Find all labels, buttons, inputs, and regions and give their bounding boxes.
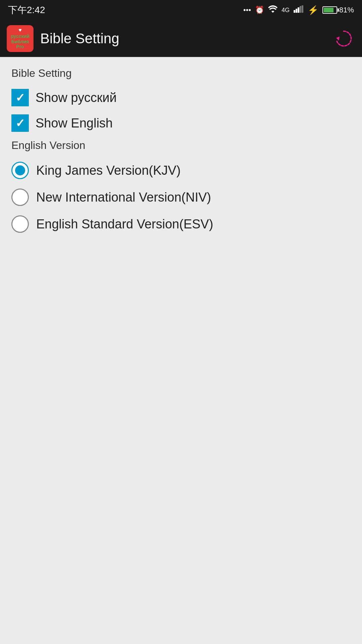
battery-fill bbox=[324, 8, 334, 12]
status-time: 下午2:42 bbox=[8, 4, 45, 16]
svg-rect-2 bbox=[298, 7, 299, 13]
battery-percent: 81% bbox=[339, 6, 354, 14]
svg-marker-5 bbox=[336, 37, 340, 41]
radio-kjv-inner bbox=[15, 165, 25, 175]
radio-kjv[interactable]: King James Version(KJV) bbox=[10, 157, 352, 184]
status-bar: 下午2:42 ••• ⏰ 4G ⚡ 81% bbox=[0, 0, 362, 20]
checkmark-english: ✓ bbox=[15, 117, 25, 129]
status-icons: ••• ⏰ 4G ⚡ 81% bbox=[243, 5, 354, 15]
radio-niv-outer[interactable] bbox=[11, 189, 29, 206]
battery-container: 81% bbox=[322, 6, 354, 14]
svg-rect-1 bbox=[296, 9, 297, 13]
radio-esv[interactable]: English Standard Version(ESV) bbox=[10, 211, 352, 237]
alarm-icon: ⏰ bbox=[255, 6, 264, 14]
signal-4g-icon: 4G bbox=[282, 7, 290, 14]
checkbox-show-russian[interactable]: ✓ Show русский bbox=[10, 85, 352, 110]
dots-icon: ••• bbox=[243, 6, 251, 14]
checkbox-english-label: Show English bbox=[36, 116, 113, 130]
radio-esv-outer[interactable] bbox=[11, 215, 29, 233]
refresh-icon bbox=[334, 29, 354, 49]
checkbox-show-english[interactable]: ✓ Show English bbox=[10, 110, 352, 136]
checkbox-russian-box[interactable]: ✓ bbox=[11, 89, 29, 106]
radio-niv-label: New International Version(NIV) bbox=[36, 190, 211, 205]
app-icon: ♥ русскийБиблияPro bbox=[7, 25, 34, 52]
radio-kjv-label: King James Version(KJV) bbox=[36, 163, 181, 178]
signal-bars-icon bbox=[294, 5, 304, 15]
svg-rect-4 bbox=[302, 5, 303, 13]
wifi-icon bbox=[268, 5, 278, 15]
checkbox-russian-label: Show русский bbox=[36, 91, 117, 105]
charging-icon: ⚡ bbox=[308, 5, 318, 15]
radio-kjv-outer[interactable] bbox=[11, 162, 29, 179]
svg-rect-0 bbox=[294, 10, 295, 13]
heart-icon: ♥ bbox=[18, 27, 22, 33]
checkmark-russian: ✓ bbox=[15, 92, 25, 103]
radio-esv-label: English Standard Version(ESV) bbox=[36, 217, 213, 231]
radio-niv[interactable]: New International Version(NIV) bbox=[10, 184, 352, 211]
app-icon-text: русскийБиблияPro bbox=[11, 34, 29, 49]
checkbox-english-box[interactable]: ✓ bbox=[11, 114, 29, 132]
app-bar-title: Bible Setting bbox=[40, 31, 325, 47]
english-version-title: English Version bbox=[10, 139, 352, 152]
content-area: Bible Setting ✓ Show русский ✓ Show Engl… bbox=[0, 57, 362, 644]
app-bar: ♥ русскийБиблияPro Bible Setting bbox=[0, 20, 362, 57]
section-title: Bible Setting bbox=[10, 67, 352, 79]
refresh-button[interactable] bbox=[332, 27, 355, 50]
battery-icon bbox=[322, 6, 337, 14]
svg-rect-3 bbox=[300, 6, 301, 13]
